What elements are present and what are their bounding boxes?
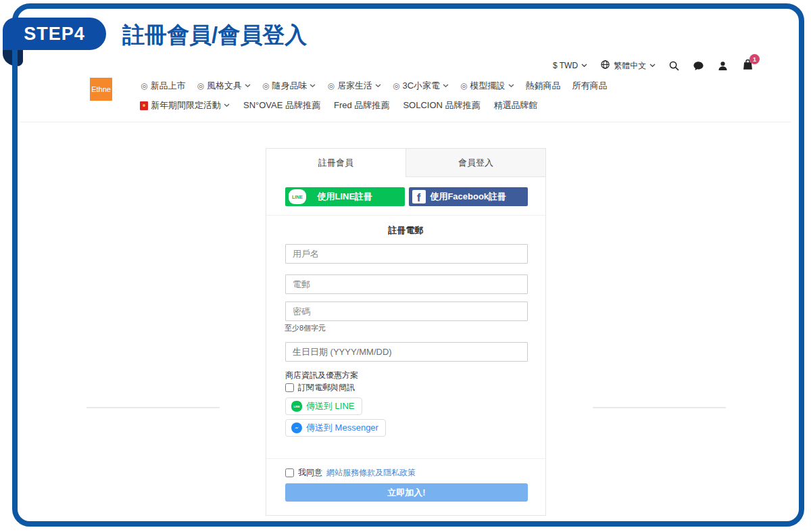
background-divider: [593, 407, 726, 408]
line-icon: LINE: [291, 401, 302, 412]
circle-bullet-icon: ◎: [141, 82, 147, 90]
card-divider: [266, 215, 545, 216]
globe-icon: [600, 59, 610, 72]
nav-item-label: 3C小家電: [402, 80, 440, 92]
register-card: 註冊會員 會員登入 LINE 使用LINE註冊 f 使用Facebook註冊 註…: [266, 148, 546, 516]
nav-item-selected-brands[interactable]: 精選品牌館: [494, 99, 538, 112]
currency-label: $ TWD: [553, 61, 578, 70]
auth-tabs: 註冊會員 會員登入: [266, 149, 545, 177]
messenger-icon: [291, 422, 302, 433]
site-logo-text: Ethne: [91, 85, 111, 93]
circle-bullet-icon: ◎: [327, 82, 334, 90]
nav-divider: [20, 122, 791, 122]
nav-item-label: Fred 品牌推薦: [334, 99, 389, 112]
nav-item-label: SOLCION 品牌推薦: [403, 99, 480, 112]
circle-bullet-icon: ◎: [262, 82, 269, 90]
chevron-down-icon: [245, 84, 251, 88]
nav-item-solcion-brand[interactable]: SOLCION 品牌推薦: [403, 99, 480, 112]
card-divider: [266, 458, 545, 459]
facebook-icon: f: [412, 190, 426, 203]
nav-item-new-arrivals[interactable]: ◎ 新品上市: [141, 80, 185, 92]
circle-bullet-icon: ◎: [393, 82, 399, 90]
nav-item-label: 居家生活: [337, 80, 372, 92]
nav-item-label: 隨身品味: [272, 80, 307, 92]
tab-login[interactable]: 會員登入: [406, 149, 545, 177]
step-badge: STEP4: [3, 18, 106, 50]
secondary-nav: 新年期間限定活動 SN°OVAE 品牌推薦 Fred 品牌推薦 SOLCION …: [140, 99, 538, 112]
nav-item-all-products[interactable]: 所有商品: [572, 80, 608, 92]
background-divider: [87, 407, 220, 408]
nav-item-label: SN°OVAE 品牌推薦: [243, 99, 320, 112]
marketing-section-title: 商店資訊及優惠方案: [285, 370, 358, 381]
send-to-messenger-label: 傳送到 Messenger: [306, 422, 378, 434]
circle-bullet-icon: ◎: [460, 82, 467, 90]
nav-item-label: 熱銷商品: [526, 80, 561, 92]
main-nav: ◎ 新品上市 ◎ 風格文具 ◎ 隨身品味 ◎ 居家生活 ◎ 3C小家電 ◎ 模型…: [141, 80, 608, 92]
tab-register[interactable]: 註冊會員: [266, 149, 406, 177]
chevron-down-icon: [375, 84, 381, 88]
email-input[interactable]: [285, 274, 528, 294]
send-to-line-button[interactable]: LINE 傳送到 LINE: [285, 397, 362, 415]
nav-item-fred-brand[interactable]: Fred 品牌推薦: [334, 99, 389, 112]
chevron-down-icon: [581, 64, 587, 68]
chat-icon[interactable]: [693, 60, 704, 72]
red-envelope-icon: [140, 101, 148, 110]
nav-item-label: 風格文具: [207, 80, 242, 92]
facebook-signup-label: 使用Facebook註冊: [430, 191, 506, 203]
birthday-input[interactable]: [285, 342, 528, 362]
line-signup-label: 使用LINE註冊: [317, 191, 372, 203]
currency-selector[interactable]: $ TWD: [553, 61, 587, 70]
site-logo[interactable]: Ethne: [90, 78, 112, 101]
utility-bar: $ TWD 繁體中文: [553, 57, 754, 74]
nav-item-home-living[interactable]: ◎ 居家生活: [327, 80, 380, 92]
chevron-down-icon: [310, 84, 316, 88]
line-icon: LINE: [289, 189, 306, 204]
language-label: 繁體中文: [614, 60, 646, 72]
search-icon[interactable]: [668, 60, 680, 72]
username-input[interactable]: [285, 244, 528, 264]
subscribe-checkbox[interactable]: [285, 383, 294, 392]
agree-prefix-label: 我同意: [298, 467, 322, 479]
facebook-signup-button[interactable]: f 使用Facebook註冊: [409, 187, 529, 206]
line-signup-button[interactable]: LINE 使用LINE註冊: [285, 187, 405, 206]
chevron-down-icon: [508, 84, 514, 88]
register-email-heading: 註冊電郵: [266, 224, 545, 237]
account-icon[interactable]: [717, 60, 729, 72]
nav-item-new-year-event[interactable]: 新年期間限定活動: [140, 99, 230, 112]
send-to-messenger-button[interactable]: 傳送到 Messenger: [285, 419, 386, 437]
password-input[interactable]: [285, 301, 528, 321]
nav-item-3c-appliances[interactable]: ◎ 3C小家電: [393, 80, 449, 92]
nav-item-label: 新年期間限定活動: [151, 99, 221, 112]
nav-item-label: 新品上市: [150, 80, 185, 92]
agree-terms-row: 我同意 網站服務條款及隱私政策: [285, 467, 416, 479]
chevron-down-icon: [443, 84, 449, 88]
nav-item-label: 精選品牌館: [494, 99, 538, 112]
nav-item-label: 模型擺設: [470, 80, 506, 92]
terms-privacy-link[interactable]: 網站服務條款及隱私政策: [326, 467, 416, 479]
circle-bullet-icon: ◎: [197, 82, 203, 90]
cart-button[interactable]: 1: [741, 58, 754, 73]
nav-item-hot-products[interactable]: 熱銷商品: [526, 80, 561, 92]
nav-item-figures-decor[interactable]: ◎ 模型擺設: [460, 80, 514, 92]
social-signup-row: LINE 使用LINE註冊 f 使用Facebook註冊: [285, 187, 528, 206]
language-selector[interactable]: 繁體中文: [600, 59, 656, 72]
join-now-button[interactable]: 立即加入!: [285, 483, 528, 502]
page-title: 註冊會員/會員登入: [122, 20, 307, 51]
password-hint: 至少8個字元: [285, 323, 326, 333]
nav-item-snovae-brand[interactable]: SN°OVAE 品牌推薦: [243, 99, 320, 112]
step-badge-label: STEP4: [24, 24, 85, 45]
chevron-down-icon: [649, 64, 656, 68]
agree-terms-checkbox[interactable]: [285, 468, 294, 477]
send-to-line-label: 傳送到 LINE: [306, 400, 355, 412]
nav-item-stationery[interactable]: ◎ 風格文具: [197, 80, 250, 92]
chevron-down-icon: [224, 103, 230, 107]
subscribe-row: 訂閱電郵與簡訊: [285, 382, 355, 393]
nav-item-label: 所有商品: [572, 80, 608, 92]
nav-item-personal-taste[interactable]: ◎ 隨身品味: [262, 80, 316, 92]
subscribe-label: 訂閱電郵與簡訊: [298, 382, 355, 393]
